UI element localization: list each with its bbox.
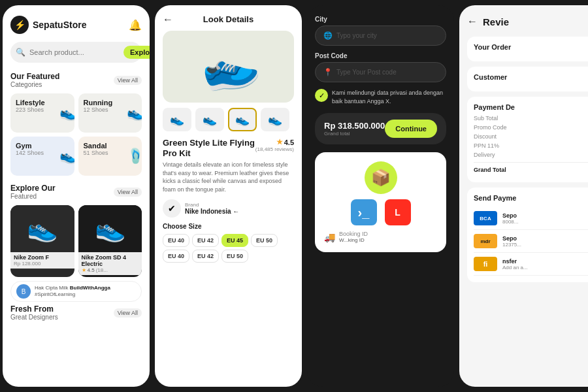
category-lifestyle[interactable]: Lifestyle 223 Shoes 👟 xyxy=(10,93,74,133)
notif-brand: BuildWithAngga xyxy=(70,285,110,291)
fi-name: nsfer xyxy=(502,258,588,265)
notif-tag: #SpiritOfLearning xyxy=(35,291,75,297)
size-eu45-active[interactable]: EU 45 xyxy=(221,234,248,247)
booking-icon: 🚚 xyxy=(324,232,335,242)
promo-row: Promo Code xyxy=(474,124,588,131)
rating-score: 4.5 xyxy=(284,139,294,146)
fresh-label: Fresh From xyxy=(10,304,58,314)
brand-logo-icon: ✔ xyxy=(163,199,181,218)
category-running[interactable]: Running 12 Shoes 👟 xyxy=(78,93,142,133)
thumbnail-3-active[interactable]: 👟 xyxy=(228,108,257,131)
review-count: (18,485 reviews) xyxy=(255,146,294,152)
product-detail-panel: ← Look Details 👟 👟 👟 👟 👟 Green Style Lit… xyxy=(155,5,302,387)
size-eu40-1[interactable]: EU 40 xyxy=(163,234,189,247)
size-eu40-2[interactable]: EU 40 xyxy=(163,250,189,263)
bca-bank-row[interactable]: BCA Sepo 8008... xyxy=(474,207,588,230)
search-bar[interactable]: 🔍 Explore xyxy=(10,42,142,63)
featured-name-1: Nike Zoom F xyxy=(14,254,71,261)
categories-view-all-button[interactable]: View All xyxy=(114,76,142,85)
continue-button[interactable]: Continue xyxy=(385,120,437,138)
explore-featured-title: Explore Our xyxy=(10,184,56,193)
featured-shoe-2-icon: 👟 xyxy=(95,214,125,243)
notif-text-1: Hak Cipta Milk xyxy=(35,285,70,291)
city-input-field[interactable]: 🌐 Typo your city xyxy=(315,25,446,46)
brand-name: Nike Indonesia ← xyxy=(185,208,294,215)
postcode-input-field[interactable]: 📍 Type Your Post code xyxy=(315,62,446,82)
category-sandal[interactable]: Sandal 51 Shoes 🩴 xyxy=(78,137,142,176)
explore-button[interactable]: Explore xyxy=(123,46,150,59)
featured-img-2: 👟 xyxy=(78,205,142,252)
search-input[interactable] xyxy=(29,48,120,56)
privacy-check-icon: ✓ xyxy=(315,89,328,102)
fresh-view-all-button[interactable]: View All xyxy=(114,308,142,318)
fi-logo: fi xyxy=(474,257,497,271)
vscode-icon: ›_ xyxy=(351,199,377,225)
thumbnail-4[interactable]: 👟 xyxy=(261,108,289,131)
categories-grid: Lifestyle 223 Shoes 👟 Running 12 Shoes 👟… xyxy=(10,93,142,176)
city-placeholder: Typo your city xyxy=(336,32,377,39)
featured-card-2[interactable]: 👟 Nike Zoom SD 4 Electric ★ 4.5 (18... xyxy=(78,205,142,277)
postcode-label: Post Code xyxy=(315,52,446,59)
product-shoe-icon: 👟 xyxy=(193,32,265,102)
search-icon: 🔍 xyxy=(16,48,25,57)
featured-info-1: Nike Zoom F Rp 128.000 xyxy=(10,252,74,269)
mandiri-logo: mdr xyxy=(474,234,497,248)
discount-row: Discount xyxy=(474,133,588,140)
featured-info-2: Nike Zoom SD 4 Electric ★ 4.5 (18... xyxy=(78,252,142,275)
send-payment-title: Send Payme xyxy=(474,194,588,202)
featured-name-2: Nike Zoom SD 4 Electric xyxy=(82,254,139,267)
thumbnail-1[interactable]: 👟 xyxy=(163,108,191,131)
fresh-from-header: Fresh From Great Designers View All xyxy=(10,304,142,321)
payment-detail-title: Payment De xyxy=(474,103,588,111)
size-eu42-1[interactable]: EU 42 xyxy=(192,234,219,247)
booking-id-label: Booking ID xyxy=(339,231,368,237)
running-shoe-icon: 👟 xyxy=(127,105,142,122)
your-order-title: Your Order xyxy=(474,43,588,51)
checkout-panel: City 🌐 Typo your city Post Code 📍 Type Y… xyxy=(307,5,454,387)
sub-total-row: Sub Total xyxy=(474,115,588,122)
product-main-image: 👟 xyxy=(163,31,294,103)
globe-icon: 🌐 xyxy=(323,31,333,40)
booking-value: W...king ID xyxy=(339,237,368,243)
your-order-section: Your Order xyxy=(467,37,588,61)
categories-title: Our Featured xyxy=(10,72,59,81)
laravel-icon: L xyxy=(385,199,411,225)
grand-total-row: Grand Total xyxy=(474,167,588,173)
featured-price-1: Rp 128.000 xyxy=(14,261,71,267)
checkout-card: 📦 ›_ L 🚚 Booking ID W...king ID xyxy=(315,152,446,252)
featured-img-1: 👟 xyxy=(10,205,74,252)
total-amount: Rp 318.500.000 xyxy=(324,121,385,131)
size-eu42-2[interactable]: EU 42 xyxy=(192,250,219,263)
sub-total-label: Sub Total xyxy=(474,115,498,122)
total-label: Grand total xyxy=(324,131,385,137)
bell-icon[interactable]: 🔔 xyxy=(129,19,142,31)
customer-title: Customer xyxy=(474,73,588,81)
review-panel: ← Revie Your Order Customer Payment De S… xyxy=(459,5,588,387)
great-label: Great Designers xyxy=(10,314,58,321)
rating-block: ★ 4.5 (18,485 reviews) xyxy=(255,138,294,152)
checkout-box-icon: 📦 xyxy=(365,161,397,194)
mandiri-bank-row[interactable]: mdr Sepo 12375... xyxy=(474,230,588,253)
featured-view-all-button[interactable]: View All xyxy=(114,188,142,197)
categories-subtitle: Categories xyxy=(10,81,59,88)
back-button[interactable]: ← xyxy=(163,14,173,25)
size-eu50-2[interactable]: EU 50 xyxy=(221,250,248,263)
featured-rating: 4.5 xyxy=(88,267,95,273)
fi-bank-row[interactable]: fi nsfer Add an a... xyxy=(474,253,588,276)
notif-avatar: B xyxy=(16,284,31,299)
category-gym[interactable]: Gym 142 Shoes 👟 xyxy=(10,137,74,176)
thumbnail-row: 👟 👟 👟 👟 xyxy=(163,108,294,131)
featured-subtitle: Featured xyxy=(10,193,56,200)
mandiri-number: 12375... xyxy=(502,242,588,248)
thumbnail-2[interactable]: 👟 xyxy=(195,108,224,131)
featured-card-1[interactable]: 👟 Nike Zoom F Rp 128.000 xyxy=(10,205,74,277)
store-logo: ⚡ SepatuStore xyxy=(10,16,86,34)
lightning-icon: ⚡ xyxy=(10,16,29,34)
featured-star-icon: ★ xyxy=(82,267,86,273)
total-bar: Rp 318.500.000 Grand total Continue xyxy=(315,113,446,144)
size-eu50-1[interactable]: EU 50 xyxy=(251,234,278,247)
store-panel: ⚡ SepatuStore 🔔 🔍 Explore Our Featured C… xyxy=(3,5,150,387)
bca-name: Sepo xyxy=(502,212,588,219)
review-back-button[interactable]: ← xyxy=(467,16,478,27)
store-header: ⚡ SepatuStore 🔔 xyxy=(10,16,142,34)
